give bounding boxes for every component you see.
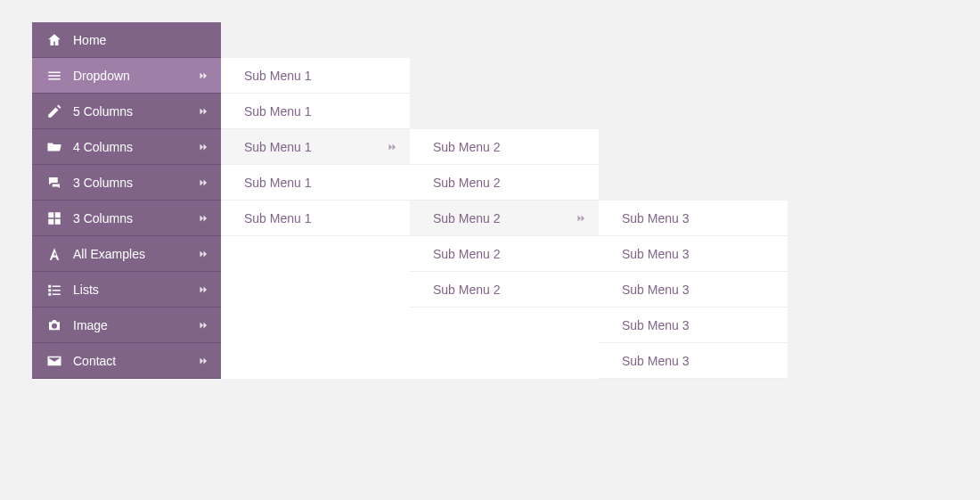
menu-item-image[interactable]: Image xyxy=(32,307,221,343)
menu-item-label: Home xyxy=(73,33,106,47)
submenu-label: Sub Menu 3 xyxy=(622,247,690,261)
submenu-item[interactable]: Sub Menu 3 xyxy=(599,201,788,236)
submenu-item[interactable]: Sub Menu 2 xyxy=(410,165,599,201)
camera-icon xyxy=(46,317,62,333)
submenu-item[interactable]: Sub Menu 3 xyxy=(599,343,788,379)
chevron-double-right-icon xyxy=(198,249,208,259)
font-icon xyxy=(46,246,62,262)
chevron-double-right-icon xyxy=(198,320,208,331)
submenu-item[interactable]: Sub Menu 1 xyxy=(221,165,410,201)
submenu-label: Sub Menu 1 xyxy=(244,104,312,119)
grid-icon xyxy=(46,210,62,226)
menu-item-all-examples[interactable]: All Examples xyxy=(32,236,221,272)
submenu-label: Sub Menu 3 xyxy=(622,318,690,332)
submenu-item[interactable]: Sub Menu 1 xyxy=(221,94,410,129)
submenu-item[interactable]: Sub Menu 2 xyxy=(410,201,599,236)
chevron-double-right-icon xyxy=(198,177,208,188)
submenu-item[interactable]: Sub Menu 1 xyxy=(221,129,410,165)
envelope-icon xyxy=(46,353,62,369)
menu-item-label: Image xyxy=(73,318,108,332)
submenu-label: Sub Menu 3 xyxy=(622,354,690,368)
submenu-level-3: Sub Menu 3 Sub Menu 3 Sub Menu 3 Sub Men… xyxy=(599,201,788,379)
menu-item-label: 4 Columns xyxy=(73,140,133,154)
submenu-item[interactable]: Sub Menu 3 xyxy=(599,307,788,343)
submenu-item[interactable]: Sub Menu 2 xyxy=(410,129,599,165)
submenu-item[interactable]: Sub Menu 3 xyxy=(599,272,788,307)
menu-item-label: Contact xyxy=(73,354,116,368)
menu-item-lists[interactable]: Lists xyxy=(32,272,221,307)
menu-item-contact[interactable]: Contact xyxy=(32,343,221,379)
menu-item-label: 5 Columns xyxy=(73,104,133,119)
submenu-label: Sub Menu 1 xyxy=(244,140,312,154)
list-icon xyxy=(46,282,62,298)
submenu-label: Sub Menu 2 xyxy=(433,140,501,154)
pencil-icon xyxy=(46,103,62,119)
chevron-double-right-icon xyxy=(198,356,208,366)
submenu-label: Sub Menu 2 xyxy=(433,176,501,190)
submenu-item[interactable]: Sub Menu 1 xyxy=(221,201,410,236)
bars-icon xyxy=(46,68,62,84)
submenu-label: Sub Menu 2 xyxy=(433,247,501,261)
submenu-label: Sub Menu 1 xyxy=(244,69,312,83)
submenu-label: Sub Menu 1 xyxy=(244,211,312,225)
submenu-label: Sub Menu 2 xyxy=(433,211,501,225)
chevron-double-right-icon xyxy=(387,142,397,152)
submenu-label: Sub Menu 3 xyxy=(622,283,690,297)
chevron-double-right-icon xyxy=(198,106,208,117)
menu-item-label: 3 Columns xyxy=(73,176,133,190)
home-icon xyxy=(46,32,62,48)
submenu-item[interactable]: Sub Menu 3 xyxy=(599,236,788,272)
menu-item-3-columns-a[interactable]: 3 Columns xyxy=(32,165,221,201)
menu-item-4-columns[interactable]: 4 Columns xyxy=(32,129,221,165)
menu-item-5-columns[interactable]: 5 Columns xyxy=(32,94,221,129)
menu-item-label: Lists xyxy=(73,283,99,297)
menu-root: Home Dropdown 5 Columns 4 Columns 3 Colu… xyxy=(32,22,788,379)
chevron-double-right-icon xyxy=(198,142,208,152)
menu-item-label: All Examples xyxy=(73,247,145,261)
submenu-label: Sub Menu 3 xyxy=(622,211,690,225)
menu-item-label: Dropdown xyxy=(73,69,130,83)
folder-icon xyxy=(46,139,62,155)
submenu-level-2: Sub Menu 2 Sub Menu 2 Sub Menu 2 Sub Men… xyxy=(410,129,599,379)
main-menu: Home Dropdown 5 Columns 4 Columns 3 Colu… xyxy=(32,22,221,379)
menu-item-3-columns-b[interactable]: 3 Columns xyxy=(32,201,221,236)
chevron-double-right-icon xyxy=(198,284,208,295)
submenu-item[interactable]: Sub Menu 2 xyxy=(410,272,599,307)
comments-icon xyxy=(46,175,62,191)
submenu-item[interactable]: Sub Menu 2 xyxy=(410,236,599,272)
chevron-double-right-icon xyxy=(198,213,208,224)
submenu-label: Sub Menu 1 xyxy=(244,176,312,190)
chevron-double-right-icon xyxy=(576,213,586,224)
submenu-label: Sub Menu 2 xyxy=(433,283,501,297)
menu-item-home[interactable]: Home xyxy=(32,22,221,58)
menu-item-dropdown[interactable]: Dropdown xyxy=(32,58,221,94)
chevron-double-right-icon xyxy=(198,70,208,81)
submenu-item[interactable]: Sub Menu 1 xyxy=(221,58,410,94)
menu-item-label: 3 Columns xyxy=(73,211,133,225)
submenu-level-1: Sub Menu 1 Sub Menu 1 Sub Menu 1 Sub Men… xyxy=(221,58,410,379)
